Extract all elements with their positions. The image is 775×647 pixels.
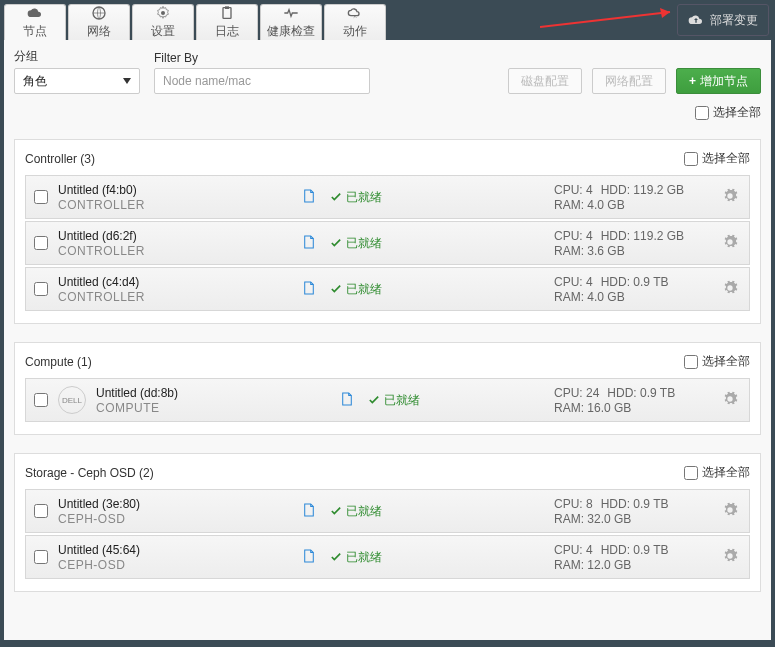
tab-health[interactable]: 健康检查 [260,4,322,40]
check-icon [330,238,342,248]
node-checkbox[interactable] [34,504,48,518]
check-icon [330,506,342,516]
tab-label: 网络 [87,23,111,40]
node-row: DELL Untitled (dd:8b) COMPUTE 已就绪 CPU: 2… [25,378,750,422]
node-specs: CPU: 4HDD: 119.2 GB RAM: 3.6 GB [554,229,709,258]
node-settings-button[interactable] [719,548,741,567]
svg-point-3 [161,11,165,15]
node-specs: CPU: 4HDD: 119.2 GB RAM: 4.0 GB [554,183,709,212]
log-icon[interactable] [298,281,320,298]
select-all-label: 选择全部 [702,464,750,481]
plus-icon: + [689,74,696,88]
check-icon [330,192,342,202]
svg-rect-5 [225,6,229,9]
log-icon[interactable] [336,392,358,409]
node-role: CONTROLLER [58,244,218,258]
tab-label: 动作 [343,23,367,40]
log-icon[interactable] [298,549,320,566]
deploy-changes-button[interactable]: 部署变更 [677,4,769,36]
select-all-label: 选择全部 [702,353,750,370]
cloud-icon [27,5,43,21]
node-group: Compute (1) 选择全部 DELL Untitled (dd:8b) C… [14,342,761,435]
node-specs: CPU: 8HDD: 0.9 TB RAM: 32.0 GB [554,497,709,526]
gear-icon [155,5,171,21]
node-name: Untitled (3e:80) [58,497,218,511]
group-by-select[interactable]: 角色 [14,68,140,94]
node-row: Untitled (f4:b0) CONTROLLER 已就绪 CPU: 4HD… [25,175,750,219]
node-status: 已就绪 [368,392,468,409]
select-all-top-checkbox[interactable] [695,106,709,120]
node-settings-button[interactable] [719,188,741,207]
node-checkbox[interactable] [34,393,48,407]
node-row: Untitled (c4:d4) CONTROLLER 已就绪 CPU: 4HD… [25,267,750,311]
node-checkbox[interactable] [34,236,48,250]
tab-settings[interactable]: 设置 [132,4,194,40]
group-title: Controller (3) [25,152,95,166]
svg-marker-1 [660,8,670,18]
node-name: Untitled (c4:d4) [58,275,218,289]
node-row: Untitled (3e:80) CEPH-OSD 已就绪 CPU: 8HDD:… [25,489,750,533]
log-icon[interactable] [298,235,320,252]
cloud-sync-icon [347,5,363,21]
node-role: COMPUTE [96,401,256,415]
cloud-upload-icon [688,12,704,28]
tab-network[interactable]: 网络 [68,4,130,40]
node-settings-button[interactable] [719,391,741,410]
node-group: Storage - Ceph OSD (2) 选择全部 Untitled (3e… [14,453,761,592]
group-by-label: 分组 [14,48,140,65]
disk-config-button[interactable]: 磁盘配置 [508,68,582,94]
tab-label: 日志 [215,23,239,40]
tab-actions[interactable]: 动作 [324,4,386,40]
node-name: Untitled (d6:2f) [58,229,218,243]
node-status: 已就绪 [330,189,430,206]
select-all-label: 选择全部 [702,150,750,167]
select-all-group-checkbox[interactable] [684,466,698,480]
node-group: Controller (3) 选择全部 Untitled (f4:b0) CON… [14,139,761,324]
select-all-group-checkbox[interactable] [684,355,698,369]
check-icon [330,284,342,294]
group-title: Compute (1) [25,355,92,369]
svg-line-0 [540,12,670,27]
node-role: CONTROLLER [58,198,218,212]
node-status: 已就绪 [330,281,430,298]
node-role: CEPH-OSD [58,558,218,572]
tab-label: 设置 [151,23,175,40]
clipboard-icon [219,5,235,21]
tab-nodes[interactable]: 节点 [4,4,66,40]
net-config-button[interactable]: 网络配置 [592,68,666,94]
node-status: 已就绪 [330,503,430,520]
node-settings-button[interactable] [719,234,741,253]
deploy-label: 部署变更 [710,12,758,29]
node-status: 已就绪 [330,235,430,252]
node-checkbox[interactable] [34,282,48,296]
vendor-logo: DELL [58,386,86,414]
node-role: CONTROLLER [58,290,218,304]
node-checkbox[interactable] [34,190,48,204]
node-specs: CPU: 4HDD: 0.9 TB RAM: 12.0 GB [554,543,709,572]
select-all-group-checkbox[interactable] [684,152,698,166]
node-settings-button[interactable] [719,502,741,521]
check-icon [368,395,380,405]
node-name: Untitled (dd:8b) [96,386,256,400]
content-area: 分组 角色 Filter By 磁盘配置 网络配置 +增加节点 选择全部 Con… [4,40,771,640]
node-row: Untitled (45:64) CEPH-OSD 已就绪 CPU: 4HDD:… [25,535,750,579]
add-node-button[interactable]: +增加节点 [676,68,761,94]
annotation-arrow [540,2,690,32]
group-title: Storage - Ceph OSD (2) [25,466,154,480]
select-all-label: 选择全部 [713,104,761,121]
tab-logs[interactable]: 日志 [196,4,258,40]
node-specs: CPU: 24HDD: 0.9 TB RAM: 16.0 GB [554,386,709,415]
node-name: Untitled (f4:b0) [58,183,218,197]
node-specs: CPU: 4HDD: 0.9 TB RAM: 4.0 GB [554,275,709,304]
tab-label: 健康检查 [267,23,315,40]
log-icon[interactable] [298,503,320,520]
node-name: Untitled (45:64) [58,543,218,557]
log-icon[interactable] [298,189,320,206]
filter-by-label: Filter By [154,51,370,65]
node-row: Untitled (d6:2f) CONTROLLER 已就绪 CPU: 4HD… [25,221,750,265]
heartbeat-icon [283,5,299,21]
filter-input[interactable] [154,68,370,94]
node-role: CEPH-OSD [58,512,218,526]
node-settings-button[interactable] [719,280,741,299]
node-checkbox[interactable] [34,550,48,564]
